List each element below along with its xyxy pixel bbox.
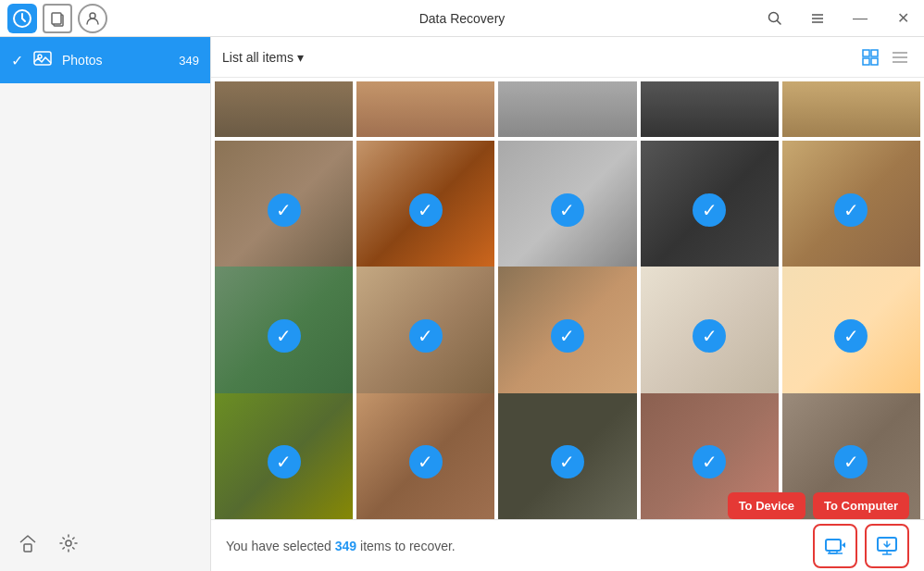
- check-badge-3: ✓: [551, 193, 584, 227]
- partial-photo-row: [211, 78, 924, 137]
- photo-item-6[interactable]: ✓: [215, 267, 353, 404]
- photo-partial-4[interactable]: [641, 81, 779, 137]
- check-badge-10: ✓: [834, 319, 868, 353]
- status-suffix: items to recover.: [356, 539, 456, 553]
- check-badge-11: ✓: [268, 445, 301, 478]
- svg-rect-9: [34, 52, 51, 65]
- home-button[interactable]: [11, 527, 44, 560]
- bottom-bar: You have selected 349 items to recover.: [211, 519, 924, 571]
- svg-rect-14: [871, 50, 878, 56]
- sidebar-photos-count: 349: [179, 54, 199, 68]
- grid-view-button[interactable]: [857, 44, 883, 70]
- photo-item-4[interactable]: ✓: [641, 141, 779, 279]
- svg-rect-15: [863, 58, 869, 65]
- list-view-button[interactable]: [887, 44, 913, 70]
- sidebar-photos-label: Photos: [62, 53, 169, 68]
- check-icon: ✓: [11, 52, 23, 69]
- check-badge-2: ✓: [409, 193, 443, 227]
- photo-item-1[interactable]: ✓: [215, 141, 353, 279]
- dropdown-icon: ▾: [297, 50, 304, 65]
- photo-item-7[interactable]: ✓: [356, 267, 494, 404]
- svg-rect-16: [871, 58, 878, 65]
- to-computer-button[interactable]: [865, 524, 909, 568]
- search-button[interactable]: [754, 0, 796, 37]
- check-badge-8: ✓: [551, 319, 584, 353]
- settings-button[interactable]: [52, 527, 85, 560]
- close-button[interactable]: ✕: [881, 0, 924, 37]
- photo-item-15[interactable]: ✓: [782, 393, 920, 519]
- app-logo-icon: [7, 4, 37, 33]
- view-toggle: [857, 44, 913, 70]
- sidebar-item-photos[interactable]: ✓ Photos 349: [0, 37, 210, 83]
- content-toolbar: List all items ▾: [211, 37, 924, 78]
- svg-rect-13: [863, 50, 869, 56]
- photo-item-3[interactable]: ✓: [498, 141, 636, 279]
- svg-rect-2: [52, 13, 61, 24]
- main-area: ✓ Photos 349: [0, 37, 924, 571]
- photos-icon: [32, 48, 53, 73]
- window-controls: — ✕: [754, 0, 924, 37]
- svg-line-5: [778, 20, 781, 24]
- minimize-button[interactable]: —: [839, 0, 881, 37]
- photo-item-11[interactable]: ✓: [215, 393, 353, 519]
- svg-rect-11: [24, 544, 31, 552]
- photo-grid: ✓ ✓ ✓ ✓ ✓ ✓ ✓ ✓ ✓: [211, 137, 924, 519]
- person-icon[interactable]: [78, 4, 107, 33]
- photo-item-5[interactable]: ✓: [782, 141, 920, 279]
- check-badge-1: ✓: [268, 193, 301, 227]
- selected-count: 349: [335, 539, 356, 553]
- to-device-button[interactable]: [813, 524, 857, 568]
- check-badge-4: ✓: [693, 193, 726, 227]
- titlebar-left: [0, 4, 107, 33]
- content-area: List all items ▾: [211, 37, 924, 571]
- check-badge-13: ✓: [551, 445, 584, 478]
- list-all-button[interactable]: List all items ▾: [222, 50, 304, 65]
- photo-item-14[interactable]: ✓: [641, 393, 779, 519]
- sidebar-footer: [0, 515, 210, 571]
- photo-item-10[interactable]: ✓: [782, 267, 920, 404]
- svg-point-10: [38, 55, 42, 58]
- check-badge-14: ✓: [693, 445, 726, 478]
- bottom-actions: [813, 524, 909, 568]
- list-all-label: List all items: [222, 50, 293, 65]
- menu-button[interactable]: [796, 0, 839, 37]
- check-badge-12: ✓: [409, 445, 443, 478]
- check-badge-5: ✓: [834, 193, 868, 227]
- photo-item-12[interactable]: ✓: [356, 393, 494, 519]
- status-text: You have selected 349 items to recover.: [226, 539, 456, 553]
- check-badge-7: ✓: [409, 319, 443, 353]
- check-badge-9: ✓: [693, 319, 726, 353]
- app-title: Data Recovery: [419, 11, 506, 26]
- check-badge-6: ✓: [268, 319, 301, 353]
- svg-point-3: [90, 13, 95, 19]
- status-prefix: You have selected: [226, 539, 335, 553]
- photo-partial-5[interactable]: [782, 81, 920, 137]
- photo-partial-2[interactable]: [356, 81, 494, 137]
- photo-item-8[interactable]: ✓: [498, 267, 636, 404]
- svg-rect-20: [826, 540, 841, 551]
- copy-icon[interactable]: [43, 4, 72, 33]
- titlebar: Data Recovery — ✕: [0, 0, 924, 37]
- check-badge-15: ✓: [834, 445, 868, 478]
- photo-item-2[interactable]: ✓: [356, 141, 494, 279]
- photo-partial-1[interactable]: [215, 81, 353, 137]
- photo-item-13[interactable]: ✓: [498, 393, 636, 519]
- photo-partial-3[interactable]: [498, 81, 636, 137]
- svg-point-12: [66, 540, 71, 546]
- photo-item-9[interactable]: ✓: [641, 267, 779, 404]
- sidebar: ✓ Photos 349: [0, 37, 211, 571]
